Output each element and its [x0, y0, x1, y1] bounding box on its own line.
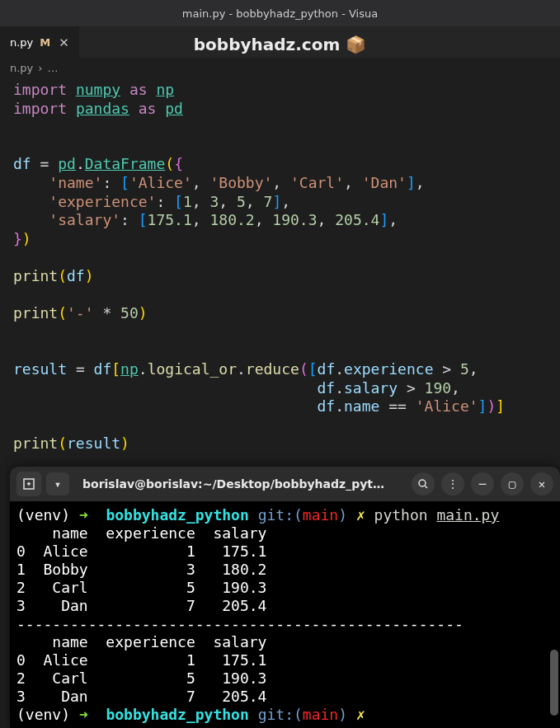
menu-icon[interactable]: ⋮ — [441, 472, 464, 496]
new-tab-button[interactable] — [16, 472, 41, 496]
tab-main-py[interactable]: n.py M ✕ — [0, 26, 79, 58]
maximize-button[interactable]: ▢ — [501, 472, 524, 496]
breadcrumb-sep: › — [38, 62, 42, 74]
terminal-body[interactable]: (venv) ➜ bobbyhadz_python git:(main) ✗ p… — [10, 501, 560, 728]
window-title-bar: main.py - bobbyhadz_python - Visua — [0, 0, 560, 26]
svg-line-4 — [425, 486, 427, 488]
tab-bar: n.py M ✕ — [0, 26, 560, 58]
svg-point-3 — [419, 480, 426, 486]
close-icon[interactable]: ✕ — [57, 35, 71, 50]
scrollbar-thumb[interactable] — [550, 650, 558, 716]
code-editor[interactable]: import numpy as np import pandas as pd d… — [0, 77, 560, 457]
terminal-scrollbar[interactable] — [548, 501, 560, 728]
breadcrumb-more: … — [48, 62, 59, 74]
terminal-header: ▾ borislav@borislav:~/Desktop/bobbyhadz_… — [10, 467, 560, 501]
search-icon[interactable] — [412, 472, 435, 496]
git-modified-badge: M — [40, 36, 50, 49]
breadcrumb[interactable]: n.py › … — [0, 58, 560, 77]
terminal-window: ▾ borislav@borislav:~/Desktop/bobbyhadz_… — [10, 467, 560, 728]
svg-rect-2 — [28, 482, 30, 486]
breadcrumb-file: n.py — [10, 62, 33, 74]
window-title: main.py - bobbyhadz_python - Visua — [182, 7, 378, 20]
minimize-button[interactable]: ─ — [471, 472, 494, 496]
close-button[interactable]: ✕ — [530, 472, 553, 496]
tab-filename: n.py — [10, 36, 33, 49]
terminal-title: borislav@borislav:~/Desktop/bobbyhadz_py… — [74, 477, 407, 491]
dropdown-button[interactable]: ▾ — [46, 472, 69, 496]
